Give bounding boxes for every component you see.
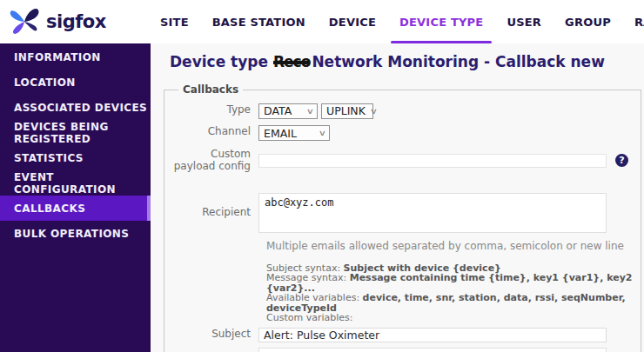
sidebar-item-statistics[interactable]: STATISTICS [0, 145, 151, 170]
sidebar-item-location[interactable]: LOCATION [0, 70, 151, 95]
syntax-help-block: Subject syntax: Subject with device {dev… [266, 263, 634, 323]
help-icon[interactable]: ? [615, 154, 628, 167]
direction-select-value: UPLINK [326, 104, 366, 117]
subject-input[interactable] [258, 328, 607, 342]
butterfly-logo-icon [9, 8, 40, 36]
available-variables-line: Available variables: device, time, snr, … [266, 293, 634, 313]
chevron-down-icon: ∨ [306, 107, 314, 116]
channel-label: Channel [173, 126, 258, 138]
main-nav: SITE BASE STATION DEVICE DEVICE TYPE USE… [160, 0, 644, 43]
direction-select[interactable]: UPLINK ∨ [321, 103, 373, 119]
nav-item-user[interactable]: USER [506, 0, 541, 43]
nav-item-group[interactable]: GROUP [565, 0, 611, 43]
top-header: sigfox SITE BASE STATION DEVICE DEVICE T… [0, 0, 644, 43]
chevron-down-icon: ∨ [370, 107, 378, 116]
custom-payload-label: Custom payload config [173, 149, 258, 173]
message-textarea[interactable]: Detected low oxygen. time: {time} data: … [258, 348, 607, 352]
callbacks-legend: Callbacks [178, 83, 243, 96]
subject-label: Subject [173, 329, 258, 341]
sidebar-item-information[interactable]: INFORMATION [0, 44, 151, 70]
sidebar-item-devices-being-registered[interactable]: DEVICES BEING REGISTERED [0, 120, 151, 145]
type-select-value: DATA [264, 104, 292, 117]
main-content: Device typeRecoNetwork Monitoring - Call… [151, 43, 644, 352]
title-suffix: Network Monitoring - Callback new [312, 53, 604, 70]
title-redacted-text: Reco [273, 53, 310, 70]
logo-text: sigfox [46, 11, 106, 32]
message-syntax-line: Message syntax: Message containing time … [266, 273, 634, 293]
nav-item-site[interactable]: SITE [160, 0, 189, 43]
channel-select-value: EMAIL [264, 127, 297, 140]
chevron-down-icon: ∨ [319, 129, 326, 137]
nav-item-device[interactable]: DEVICE [329, 0, 376, 43]
custom-payload-input[interactable] [258, 154, 607, 168]
sidebar-item-event-configuration[interactable]: EVENT CONFIGURATION [0, 170, 151, 196]
sidebar: INFORMATION LOCATION ASSOCIATED DEVICES … [0, 43, 151, 352]
custom-variables-line: Custom variables: [266, 313, 634, 323]
nav-item-base-station[interactable]: BASE STATION [212, 0, 305, 43]
page-title: Device typeRecoNetwork Monitoring - Call… [170, 53, 641, 70]
callbacks-fieldset: Callbacks Type DATA ∨ UPLINK ∨ Channel [164, 83, 641, 352]
recipient-hint: Multiple emails allowed separated by com… [266, 240, 634, 252]
sidebar-item-bulk-operations[interactable]: BULK OPERATIONS [0, 221, 151, 246]
nav-item-device-type[interactable]: DEVICE TYPE [399, 0, 483, 43]
recipient-textarea[interactable]: abc@xyz.com [258, 193, 607, 233]
sidebar-item-associated-devices[interactable]: ASSOCIATED DEVICES [0, 95, 151, 120]
recipient-label: Recipient [173, 207, 258, 219]
sigfox-logo[interactable]: sigfox [0, 8, 150, 36]
title-prefix: Device type [170, 53, 268, 70]
type-label: Type [173, 104, 258, 116]
channel-select[interactable]: EMAIL ∨ [258, 125, 330, 141]
nav-item-radio-planning[interactable]: RADIO PLANNING [634, 0, 644, 43]
type-select[interactable]: DATA ∨ [258, 103, 318, 119]
sidebar-item-callbacks[interactable]: CALLBACKS [0, 196, 151, 221]
